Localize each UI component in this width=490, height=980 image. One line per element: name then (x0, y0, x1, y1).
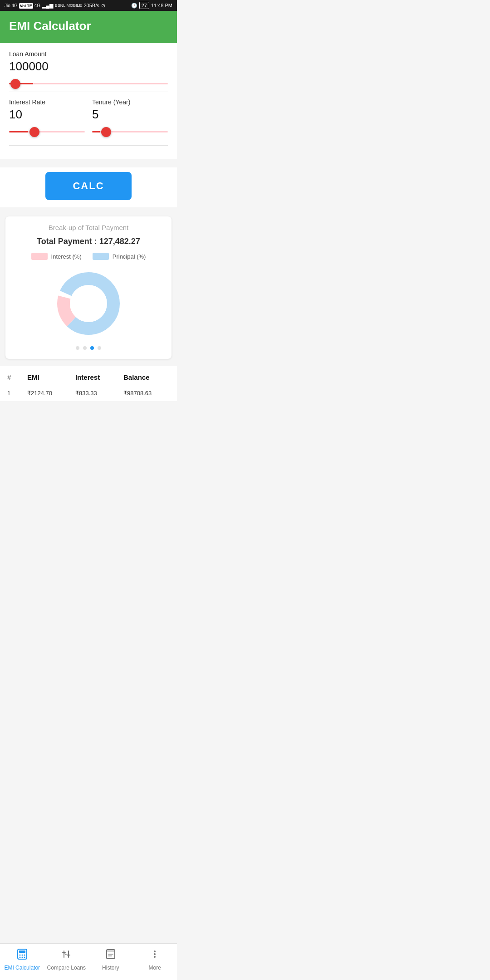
principal-swatch (93, 253, 109, 260)
calc-button[interactable]: CALC (45, 172, 131, 200)
interest-rate-section: Interest Rate 10 (9, 98, 85, 136)
breakup-card: Break-up of Total Payment Total Payment … (5, 216, 172, 359)
main-content: Loan Amount 100000 Interest Rate 10 Tenu… (0, 43, 177, 159)
interest-swatch (31, 253, 48, 260)
network-speed: 205B/s (83, 3, 99, 8)
app-header: EMI Calculator (0, 11, 177, 43)
tenure-section: Tenure (Year) 5 (92, 98, 168, 136)
bsnl-mobile: BSNL MOBILE (55, 3, 82, 8)
rate-tenure-row: Interest Rate 10 Tenure (Year) 5 (9, 98, 168, 142)
dot-2[interactable] (83, 346, 87, 350)
chart-legend: Interest (%) Principal (%) (13, 253, 164, 260)
time-display: 11:48 PM (151, 3, 172, 8)
dot-4[interactable] (98, 346, 101, 350)
breakup-title: Break-up of Total Payment (13, 224, 164, 231)
battery-level: 27 (139, 2, 149, 9)
principal-legend: Principal (%) (93, 253, 146, 260)
total-payment-value: 127,482.27 (99, 237, 140, 246)
tenure-slider[interactable] (92, 131, 168, 132)
donut-chart-container (13, 267, 164, 340)
table-row: 1 ₹2124.70 ₹833.33 ₹98708.63 (7, 385, 170, 401)
amortization-table: # EMI Interest Balance 1 ₹2124.70 ₹833.3… (0, 366, 177, 401)
dot-3[interactable] (90, 346, 94, 350)
interest-rate-slider-container[interactable] (9, 126, 85, 134)
loan-amount-slider[interactable] (9, 83, 168, 84)
donut-hole (71, 286, 106, 321)
status-left: Jio 4G VoLTE 4G ▂▄▆ BSNL MOBILE 205B/s ⊙ (5, 3, 105, 9)
divider-1 (9, 92, 168, 92)
app-title: EMI Calculator (9, 19, 168, 33)
donut-chart (52, 267, 125, 340)
row-1-emi-val: 2124.70 (31, 390, 52, 397)
row-1-interest-val: 833.33 (79, 390, 97, 397)
calc-btn-wrap: CALC (0, 167, 177, 207)
col-header-emi: EMI (27, 373, 74, 381)
principal-legend-label: Principal (%) (113, 253, 146, 260)
col-header-num: # (7, 373, 25, 381)
signal-bars: ▂▄▆ (42, 3, 53, 9)
interest-legend-label: Interest (%) (51, 253, 82, 260)
dot-1[interactable] (76, 346, 79, 350)
hotspot-icon: ⊙ (101, 3, 105, 9)
alarm-icon: 🕐 (131, 3, 137, 9)
row-1-num: 1 (7, 390, 25, 397)
interest-legend: Interest (%) (31, 253, 82, 260)
col-header-interest: Interest (75, 373, 122, 381)
interest-rate-slider[interactable] (9, 131, 85, 132)
divider-2 (9, 145, 168, 146)
loan-amount-label: Loan Amount (9, 50, 168, 58)
table-header: # EMI Interest Balance (7, 373, 170, 385)
page-dots (13, 346, 164, 350)
row-1-emi: ₹2124.70 (27, 390, 74, 397)
loan-amount-value: 100000 (9, 59, 168, 74)
row-1-interest: ₹833.33 (75, 390, 122, 397)
row-1-balance: ₹98708.63 (123, 390, 170, 397)
interest-rate-label: Interest Rate (9, 98, 85, 106)
total-payment-label: Total Payment : (37, 237, 99, 246)
tenure-label: Tenure (Year) (92, 98, 168, 106)
col-header-balance: Balance (123, 373, 170, 381)
loan-amount-section: Loan Amount 100000 (9, 50, 168, 86)
row-1-balance-val: 98708.63 (127, 390, 152, 397)
interest-rate-value: 10 (9, 108, 85, 122)
tenure-value: 5 (92, 108, 168, 122)
status-bar: Jio 4G VoLTE 4G ▂▄▆ BSNL MOBILE 205B/s ⊙… (0, 0, 177, 11)
status-right: 🕐 27 11:48 PM (131, 2, 172, 9)
tenure-slider-container[interactable] (92, 126, 168, 134)
bottom-padding (0, 401, 177, 437)
loan-amount-slider-container[interactable] (9, 78, 168, 86)
carrier-info: Jio 4G VoLTE 4G (5, 3, 40, 8)
total-payment: Total Payment : 127,482.27 (13, 237, 164, 246)
